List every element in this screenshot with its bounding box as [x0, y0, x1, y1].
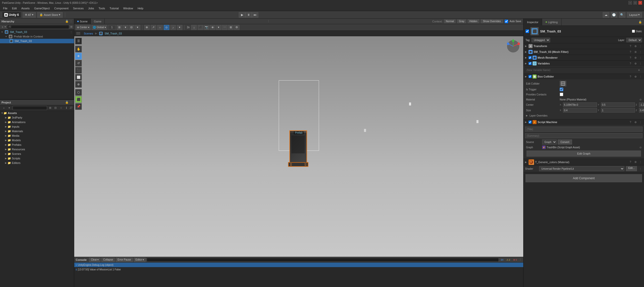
center-z-input[interactable]: [639, 102, 644, 107]
prefab-menu-icon[interactable]: [76, 31, 81, 35]
overlay-toolbar-cube[interactable]: ⬛: [75, 96, 82, 103]
meshfilter-settings-btn[interactable]: ⚙: [633, 50, 637, 54]
console-clear-btn[interactable]: Clear ▾: [89, 258, 100, 262]
overlay-toolbar-custom[interactable]: ⬡: [75, 89, 82, 96]
boxcollider-enabled-cb[interactable]: [529, 75, 532, 78]
pause-button[interactable]: ⏸: [245, 12, 252, 18]
transform-settings-btn[interactable]: ⚙: [633, 44, 637, 48]
overlay-toolbar-rect[interactable]: ⬜: [75, 74, 82, 81]
shader-more-btn[interactable]: ⋮: [638, 167, 642, 171]
menu-tools[interactable]: Tools: [97, 6, 107, 10]
material-more-btn[interactable]: ⋮: [638, 160, 642, 164]
overlay-toolbar-scale[interactable]: ⬛: [75, 67, 82, 74]
hierarchy-filter-icon[interactable]: ▾: [5, 25, 6, 28]
overlay-btn[interactable]: ⬛: [198, 25, 203, 30]
variables-more-btn[interactable]: ⋮: [638, 61, 642, 65]
component-transform-header[interactable]: ▶ ⊕ Transform ? ⚙ ⋮: [524, 43, 644, 49]
meshrenderer-settings-btn[interactable]: ⚙: [633, 56, 637, 60]
sm-summary-input[interactable]: [525, 133, 642, 138]
project-info-btn[interactable]: ℹ: [64, 106, 69, 110]
menu-window[interactable]: Window: [121, 6, 135, 10]
menu-assets[interactable]: Assets: [19, 6, 32, 10]
collider-material-link[interactable]: ⊙: [639, 98, 641, 101]
global-select[interactable]: 🌐 Global ▾: [92, 25, 107, 30]
size-x-input[interactable]: [563, 108, 597, 113]
component-mesh-renderer-header[interactable]: ▶ ⬛ Mesh Renderer ? ⚙ ⋮: [524, 55, 644, 60]
edit-graph-btn[interactable]: Edit Graph: [527, 151, 641, 157]
hierarchy-lock-icon[interactable]: 🔒: [65, 20, 69, 23]
tabs-menu[interactable]: ⋮: [265, 20, 272, 23]
effects-btn[interactable]: ▾: [177, 25, 182, 30]
is-trigger-checkbox[interactable]: [560, 88, 563, 91]
project-search-btn[interactable]: ▾: [7, 106, 12, 110]
inspector-lock-icon[interactable]: 🔒: [636, 20, 644, 24]
shader-edit-btn[interactable]: Edit...: [626, 166, 637, 171]
tab-game[interactable]: Game: [91, 19, 105, 24]
dots-btn[interactable]: ⋯: [222, 25, 227, 30]
asset-store-button[interactable]: 🔒 Asset Store ▾: [37, 12, 63, 18]
breadcrumb-scenes[interactable]: Scenes: [84, 32, 93, 35]
sm-source-select[interactable]: Graph: [542, 139, 557, 145]
scriptmachine-enabled-cb[interactable]: [529, 121, 532, 124]
settings-btn[interactable]: ⚙: [234, 25, 239, 30]
boxcollider-settings-btn[interactable]: ⚙: [633, 75, 637, 79]
context-normal-btn[interactable]: Normal: [444, 19, 456, 23]
folder-scenes[interactable]: ▶ 📁 Scenes: [0, 152, 74, 156]
hierarchy-add-icon[interactable]: +: [2, 25, 4, 29]
layout-button[interactable]: Layout ▾: [627, 12, 642, 18]
center-y-input[interactable]: [601, 102, 635, 107]
boxcollider-help-btn[interactable]: ?: [628, 75, 632, 79]
lighting-btn[interactable]: ○: [157, 25, 163, 30]
material-header[interactable]: ▶ T_Generic_colors (Mater: [524, 159, 644, 165]
sm-graph-link-icon[interactable]: ⊙: [639, 146, 641, 149]
hierarchy-more-icon[interactable]: ⋮: [70, 20, 72, 23]
console-editor-btn[interactable]: Editor ▾: [134, 258, 146, 262]
auto-save-checkbox[interactable]: [505, 20, 508, 23]
tab-inspector[interactable]: Inspector: [524, 19, 542, 26]
hierarchy-item-sm-trash-child[interactable]: ⬛ SM_Trash_03: [0, 39, 74, 43]
hierarchy-allscenes-icon[interactable]: ⊞: [70, 25, 72, 28]
folder-editors[interactable]: ▶ 📁 Editors: [0, 161, 74, 165]
tag-select[interactable]: Untagged: [532, 38, 550, 42]
unity-logo[interactable]: Unity 6: [2, 12, 21, 18]
meshrenderer-enabled-cb[interactable]: [529, 56, 532, 59]
component-variables-header[interactable]: ▶ ⬡ Variables ? ⚙ ⋮: [524, 61, 644, 66]
project-star-btn[interactable]: ☆: [59, 106, 63, 110]
menu-edit[interactable]: Edit: [10, 6, 19, 10]
hierarchy-item-more[interactable]: ⋮: [70, 31, 72, 33]
meshrenderer-help-btn[interactable]: ?: [628, 56, 632, 60]
history-button[interactable]: 🕐: [611, 12, 617, 18]
cloud-button[interactable]: ☁: [603, 12, 609, 18]
more-btn[interactable]: ▾: [216, 25, 221, 30]
overlay-toolbar-transform[interactable]: ⊕: [75, 81, 82, 88]
variables-enabled-cb[interactable]: [529, 62, 532, 65]
search-toolbar-button[interactable]: 🔍: [619, 12, 625, 18]
project-filter-btn[interactable]: ⊞: [48, 106, 53, 110]
folder-materials[interactable]: ▶ 📁 Materials: [0, 129, 74, 133]
audio-btn[interactable]: ♪: [170, 25, 176, 30]
grid-move-btn[interactable]: ⊟: [129, 25, 134, 30]
context-hidden-btn[interactable]: Hidden: [468, 19, 479, 23]
project-more-icon[interactable]: ⋮: [70, 101, 72, 104]
meshrenderer-more-btn[interactable]: ⋮: [638, 56, 642, 60]
component-mesh-filter-header[interactable]: ▶ ⬛ SM_Trash_03 (Mesh Filter) ? ⚙ ⋮: [524, 49, 644, 55]
meshfilter-more-btn[interactable]: ⋮: [638, 50, 642, 54]
material-help-btn[interactable]: ?: [628, 160, 632, 164]
project-lock-icon[interactable]: 🔒: [65, 101, 69, 104]
center-x-input[interactable]: [563, 102, 597, 107]
folder-inputs[interactable]: ▶ 📁 Inputs: [0, 124, 74, 129]
scriptmachine-help-btn[interactable]: ?: [628, 120, 632, 124]
overlay-toolbar-pin[interactable]: 📌: [75, 103, 82, 110]
menu-tutorial[interactable]: Tutorial: [107, 6, 120, 10]
variables-settings-btn[interactable]: ⚙: [633, 61, 637, 65]
scene-cam-btn[interactable]: ◎: [164, 25, 169, 30]
object-enabled-checkbox[interactable]: [526, 29, 529, 33]
boxcollider-more-btn[interactable]: ⋮: [638, 75, 642, 79]
component-script-machine-header[interactable]: ▶ ⚡ Script Machine ? ⚙ ⋮: [524, 119, 644, 125]
console-row-0[interactable]: ℹ UnityEngine.Debug.Log (object): [74, 263, 523, 267]
folder-assets[interactable]: ▾ 📁 Assets: [0, 111, 74, 115]
hierarchy-item-sm-trash-root[interactable]: ▾ ⬛ SM_Trash_03 ⋮: [0, 30, 74, 34]
grid-move-dropdown[interactable]: ▾: [135, 25, 140, 30]
add-component-btn[interactable]: Add Component: [526, 174, 642, 182]
gizmos-btn[interactable]: ↗: [151, 25, 156, 30]
